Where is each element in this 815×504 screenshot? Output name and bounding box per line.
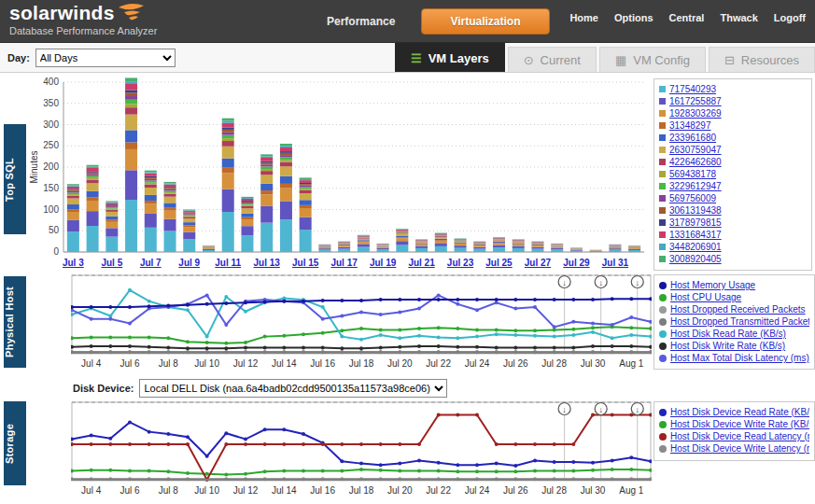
header-link-home[interactable]: Home (569, 12, 598, 23)
legend-link[interactable]: 31348297 (669, 120, 711, 131)
legend-link[interactable]: Host Disk Read Rate (KB/s) (670, 329, 786, 339)
x-axis-date-link[interactable]: Jul 27 (525, 258, 552, 268)
bar-jul-27[interactable] (531, 242, 543, 252)
section-tab-physical-host[interactable]: Physical Host (4, 276, 26, 368)
bar-jul-7[interactable] (145, 171, 157, 252)
x-axis-date-link[interactable]: Jul 19 (370, 258, 397, 268)
legend-link[interactable]: 4226462680 (669, 157, 722, 167)
legend-link[interactable]: Host Dropped Transmitted Packets (670, 316, 809, 327)
bar-jul-16[interactable] (318, 245, 330, 252)
annotation-marker-icon[interactable]: ↓ (595, 403, 607, 415)
bar-jul-11[interactable] (222, 119, 234, 252)
legend-link[interactable]: 717540293 (669, 84, 716, 94)
header-link-options[interactable]: Options (614, 12, 653, 23)
bar-jul-30[interactable] (590, 250, 602, 252)
bar-jul-8[interactable] (164, 182, 176, 252)
bar-jul-4[interactable] (87, 165, 99, 252)
bar-jul-26[interactable] (513, 239, 525, 252)
bar-jul-21[interactable] (415, 239, 428, 252)
legend-link[interactable]: 233961680 (669, 133, 716, 143)
bar-jul-24[interactable] (473, 242, 485, 252)
bar-jul-3[interactable] (67, 184, 79, 252)
section-tab-storage[interactable]: Storage (4, 401, 26, 485)
bar-jul-28[interactable] (551, 244, 563, 252)
legend-link[interactable]: Host Disk Write Rate (KB/s) (670, 341, 785, 351)
legend-link[interactable]: 3008920405 (669, 254, 722, 264)
legend-link[interactable]: 1331684317 (669, 230, 722, 240)
legend-swatch-icon (659, 244, 666, 250)
bar-jul-17[interactable] (338, 242, 350, 252)
x-axis-date-link[interactable]: Jul 7 (140, 258, 162, 268)
disk-device-select[interactable]: Local DELL Disk (naa.6a4badb02cdd9500135… (139, 379, 447, 398)
bar-jul-18[interactable] (358, 235, 370, 252)
tab-resources[interactable]: ⊟Resources (709, 47, 815, 72)
svg-text:↓: ↓ (562, 278, 567, 287)
legend-link[interactable]: 2630759047 (669, 145, 722, 155)
bar-jul-19[interactable] (377, 244, 389, 252)
bar-jul-31[interactable] (609, 245, 621, 252)
x-axis-date-link[interactable]: Jul 9 (178, 258, 200, 268)
legend-link[interactable]: 3061319438 (669, 205, 722, 216)
y-axis-tick: 0 (53, 246, 59, 257)
section-tab-top-sql[interactable]: Top SQL (4, 124, 26, 234)
annotation-marker-icon[interactable]: ↓ (558, 403, 570, 415)
legend-link[interactable]: 569438178 (669, 169, 716, 179)
annotation-marker-icon[interactable]: ↓ (558, 276, 570, 288)
x-axis-date-link[interactable]: Jul 29 (563, 258, 590, 268)
bar-jul-10[interactable] (203, 245, 215, 252)
x-axis-date-link[interactable]: Jul 11 (215, 258, 241, 268)
bar-jul-14[interactable] (280, 144, 292, 252)
annotation-marker-icon[interactable]: ↓ (631, 403, 643, 415)
legend-link[interactable]: 1928303269 (669, 108, 722, 119)
legend-item: 233961680 (659, 132, 807, 144)
tab-vm-config[interactable]: ▦VM Config (599, 47, 706, 72)
x-axis-date-link[interactable]: Jul 3 (63, 258, 84, 268)
bar-jul-25[interactable] (493, 237, 505, 252)
header-link-thwack[interactable]: Thwack (720, 12, 757, 23)
legend-link[interactable]: 569756009 (669, 193, 716, 203)
legend-link[interactable]: Host Disk Device Read Rate (KB/s) (670, 407, 809, 417)
legend-link[interactable]: 3448206901 (669, 242, 722, 252)
x-axis-date-link[interactable]: Jul 23 (447, 258, 474, 268)
x-axis-date-link[interactable]: Jul 15 (292, 258, 319, 268)
bar-jul-20[interactable] (396, 229, 408, 252)
bar-jul-22[interactable] (435, 233, 447, 252)
legend-link[interactable]: 1617255887 (669, 96, 722, 106)
logo-text: solarwinds (9, 3, 115, 23)
legend-link[interactable]: Host Disk Device Write Rate (KB/s) (670, 419, 809, 429)
bar-jul-23[interactable] (455, 238, 467, 252)
bar-jul-6[interactable] (125, 77, 137, 252)
tab-current[interactable]: ⊙Current (508, 47, 597, 72)
x-axis-date-link[interactable]: Jul 13 (254, 258, 281, 268)
legend-link[interactable]: 3178979815 (669, 217, 722, 228)
nav-performance[interactable]: Performance (327, 15, 395, 28)
bar-jul-13[interactable] (260, 154, 273, 252)
legend-link[interactable]: Host Dropped Received Packets (670, 304, 806, 315)
bar-jul-5[interactable] (105, 201, 118, 252)
legend-link[interactable]: Host Memory Usage (670, 280, 755, 290)
bar-aug-1[interactable] (628, 245, 640, 252)
x-axis-date-link[interactable]: Jul 5 (101, 258, 122, 268)
x-axis-date-link[interactable]: Jul 31 (602, 258, 629, 268)
annotation-marker-icon[interactable]: ↓ (595, 276, 607, 288)
bar-jul-9[interactable] (183, 210, 195, 253)
annotation-marker-icon[interactable]: ↓ (631, 276, 643, 288)
header-link-central[interactable]: Central (669, 12, 705, 23)
tab-vm-layers[interactable]: ☰VM Layers (395, 43, 505, 72)
bar-jul-15[interactable] (300, 177, 312, 252)
legend-link[interactable]: 3229612947 (669, 181, 722, 191)
day-select[interactable]: All Days (35, 49, 176, 67)
x-axis-date-link[interactable]: Jul 17 (330, 258, 358, 268)
nav-virtualization[interactable]: Virtualization (421, 8, 549, 35)
x-axis-date-link[interactable]: Jul 21 (408, 258, 435, 268)
legend-link[interactable]: Host CPU Usage (670, 292, 741, 302)
bar-jul-29[interactable] (570, 247, 583, 252)
bar-jul-12[interactable] (241, 197, 253, 252)
legend-link[interactable]: Host Disk Device Write Latency (ms) (670, 443, 809, 454)
header-link-logoff[interactable]: Logoff (774, 12, 806, 23)
x-axis-date-link[interactable]: Jul 25 (485, 258, 513, 268)
legend-item: Host Disk Write Rate (KB/s) (659, 340, 809, 352)
x-axis-tick: Jul 6 (119, 485, 140, 496)
legend-link[interactable]: Host Disk Device Read Latency (ms) (670, 431, 809, 441)
legend-link[interactable]: Host Max Total Disk Latency (ms) (670, 353, 809, 363)
